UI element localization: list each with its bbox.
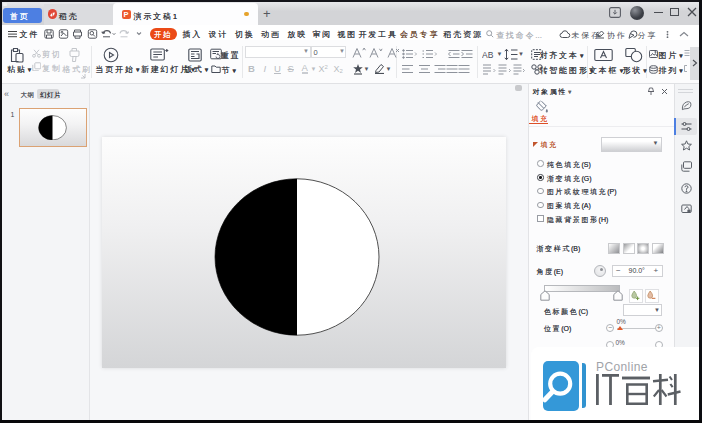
svg-text:AB: AB bbox=[482, 50, 494, 60]
svg-text:协作: 协作 bbox=[607, 30, 627, 39]
svg-text:未保存: 未保存 bbox=[571, 30, 601, 39]
svg-text:分享: 分享 bbox=[638, 30, 658, 39]
